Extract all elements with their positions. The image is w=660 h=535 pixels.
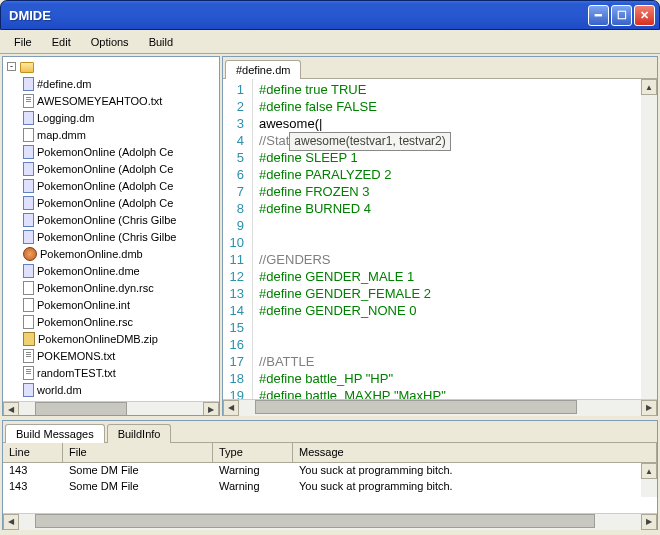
code-line[interactable]: //BATTLE: [259, 353, 451, 370]
scroll-right-icon[interactable]: ▶: [641, 400, 657, 416]
dm-icon: [23, 162, 34, 176]
tree-item-label: PokemonOnline.dmb: [40, 248, 143, 260]
tree-hscrollbar[interactable]: ◀ ▶: [3, 401, 219, 416]
titlebar[interactable]: DMIDE ━ ☐ ✕: [0, 0, 660, 30]
minimize-button[interactable]: ━: [588, 5, 609, 26]
tree-item-label: PokemonOnline (Chris Gilbe: [37, 231, 176, 243]
tab-build-messages[interactable]: Build Messages: [5, 424, 105, 443]
window-title: DMIDE: [9, 8, 588, 23]
tree-item[interactable]: PokemonOnline (Adolph Ce: [3, 143, 219, 160]
file-tree-panel: - #define.dmAWESOMEYEAHTOO.txtLogging.dm…: [2, 56, 220, 416]
dm-icon: [23, 383, 34, 397]
code-line[interactable]: #define battle_HP "HP": [259, 370, 451, 387]
scroll-right-icon[interactable]: ▶: [641, 514, 657, 530]
messages-header: Line File Type Message: [3, 443, 657, 463]
tree-item[interactable]: PokemonOnline (Adolph Ce: [3, 194, 219, 211]
code-area[interactable]: 1234567891011121314151617181920 #define …: [223, 79, 657, 399]
editor-tab[interactable]: #define.dm: [225, 60, 301, 79]
collapse-all-icon[interactable]: -: [7, 62, 16, 71]
tree-item[interactable]: PokemonOnlineDMB.zip: [3, 330, 219, 347]
tree-item[interactable]: POKEMONS.txt: [3, 347, 219, 364]
code-line[interactable]: [259, 217, 451, 234]
col-type[interactable]: Type: [213, 443, 293, 462]
dm-icon: [23, 213, 34, 227]
tree-item[interactable]: PokemonOnline (Adolph Ce: [3, 160, 219, 177]
code-line[interactable]: #define battle_MAXHP "MaxHP": [259, 387, 451, 399]
close-button[interactable]: ✕: [634, 5, 655, 26]
tree-item[interactable]: PokemonOnline.dmb: [3, 245, 219, 262]
scroll-left-icon[interactable]: ◀: [3, 514, 19, 530]
editor-vscrollbar[interactable]: ▲: [641, 79, 657, 399]
menu-options[interactable]: Options: [81, 33, 139, 51]
code-line[interactable]: #define PARALYZED 2: [259, 166, 451, 183]
scroll-thumb[interactable]: [35, 402, 127, 416]
txt-icon: [23, 349, 34, 363]
dm-icon: [23, 264, 34, 278]
tree-item[interactable]: #define.dm: [3, 75, 219, 92]
tree-item[interactable]: PokemonOnline (Chris Gilbe: [3, 211, 219, 228]
tree-item[interactable]: PokemonOnline (Adolph Ce: [3, 177, 219, 194]
tree-item[interactable]: PokemonOnline (Chris Gilbe: [3, 228, 219, 245]
scroll-up-icon[interactable]: ▲: [641, 463, 657, 479]
folder-icon[interactable]: [20, 62, 34, 73]
code-line[interactable]: #define true TRUE: [259, 81, 451, 98]
menu-file[interactable]: File: [4, 33, 42, 51]
tab-build-info[interactable]: BuildInfo: [107, 424, 172, 443]
file-icon: [23, 128, 34, 142]
scroll-left-icon[interactable]: ◀: [223, 400, 239, 416]
tree-item-label: PokemonOnline.int: [37, 299, 130, 311]
message-row[interactable]: 143Some DM FileWarningYou suck at progra…: [3, 463, 657, 479]
file-icon: [23, 281, 34, 295]
tree-item-label: PokemonOnline (Chris Gilbe: [37, 214, 176, 226]
code-line[interactable]: #define SLEEP 1: [259, 149, 451, 166]
code-line[interactable]: #define GENDER_FEMALE 2: [259, 285, 451, 302]
dm-icon: [23, 111, 34, 125]
dmb-icon: [23, 247, 37, 261]
code-editor: #define.dm 12345678910111213141516171819…: [222, 56, 658, 416]
tree-item-label: map.dmm: [37, 129, 86, 141]
scroll-left-icon[interactable]: ◀: [3, 402, 19, 417]
messages-panel: Build Messages BuildInfo Line File Type …: [2, 420, 658, 530]
tree-item-label: randomTEST.txt: [37, 367, 116, 379]
code-line[interactable]: //GENDERS: [259, 251, 451, 268]
code-line[interactable]: #define false FALSE: [259, 98, 451, 115]
col-message[interactable]: Message: [293, 443, 657, 462]
scroll-thumb[interactable]: [35, 514, 595, 528]
tree-item[interactable]: randomTEST.txt: [3, 364, 219, 381]
code-line[interactable]: [259, 336, 451, 353]
tree-item[interactable]: map.dmm: [3, 126, 219, 143]
tree-item-label: world.dm: [37, 384, 82, 396]
tree-item[interactable]: world.dm: [3, 381, 219, 398]
code-line[interactable]: //Statawesome(testvar1, testvar2): [259, 132, 451, 149]
menu-edit[interactable]: Edit: [42, 33, 81, 51]
tree-item[interactable]: Logging.dm: [3, 109, 219, 126]
tree-item[interactable]: PokemonOnline.int: [3, 296, 219, 313]
code-line[interactable]: #define GENDER_NONE 0: [259, 302, 451, 319]
file-icon: [23, 298, 34, 312]
menu-build[interactable]: Build: [139, 33, 183, 51]
tree-item[interactable]: PokemonOnline.dyn.rsc: [3, 279, 219, 296]
editor-hscrollbar[interactable]: ◀ ▶: [223, 399, 657, 415]
maximize-button[interactable]: ☐: [611, 5, 632, 26]
menubar: File Edit Options Build: [0, 30, 660, 54]
col-file[interactable]: File: [63, 443, 213, 462]
col-line[interactable]: Line: [3, 443, 63, 462]
code-line[interactable]: [259, 234, 451, 251]
tree-item[interactable]: PokemonOnline.dme: [3, 262, 219, 279]
tree-item[interactable]: PokemonOnline.rsc: [3, 313, 219, 330]
code-line[interactable]: awesome(|: [259, 115, 451, 132]
scroll-up-icon[interactable]: ▲: [641, 79, 657, 95]
code-line[interactable]: [259, 319, 451, 336]
scroll-right-icon[interactable]: ▶: [203, 402, 219, 417]
messages-vscrollbar[interactable]: ▲: [641, 463, 657, 497]
tree-item[interactable]: AWESOMEYEAHTOO.txt: [3, 92, 219, 109]
tree-item-label: AWESOMEYEAHTOO.txt: [37, 95, 162, 107]
code-line[interactable]: #define GENDER_MALE 1: [259, 268, 451, 285]
editor-tabbar: #define.dm: [223, 57, 657, 79]
txt-icon: [23, 94, 34, 108]
scroll-thumb[interactable]: [255, 400, 577, 414]
code-line[interactable]: #define FROZEN 3: [259, 183, 451, 200]
message-row[interactable]: 143Some DM FileWarningYou suck at progra…: [3, 479, 657, 495]
messages-hscrollbar[interactable]: ◀ ▶: [3, 513, 657, 529]
code-line[interactable]: #define BURNED 4: [259, 200, 451, 217]
